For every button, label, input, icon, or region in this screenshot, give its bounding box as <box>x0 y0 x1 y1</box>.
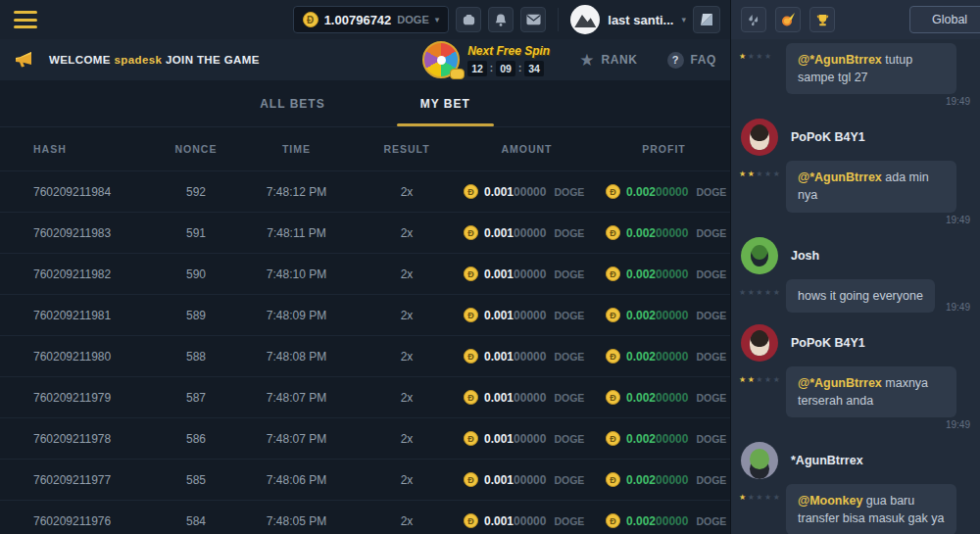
avatar[interactable] <box>741 324 778 362</box>
balance-selector[interactable]: Ð 1.00796742 DOGE ▾ <box>293 6 450 33</box>
doge-coin-icon: Ð <box>606 431 620 446</box>
table-row[interactable]: 760209211979 587 7:48:07 PM 2x Ð0.001000… <box>0 376 730 417</box>
avatar[interactable] <box>741 237 778 274</box>
table-header: HASH NONCE TIME RESULT AMOUNT PROFIT <box>0 127 730 170</box>
chat-message: PoPoK B4Y1 ★★★★★ @*AgunBtrrex maxnya ter… <box>739 319 972 430</box>
doge-coin-icon: Ð <box>606 184 620 199</box>
message-bubble: @*AgunBtrrex tutup sampe tgl 27 <box>786 43 956 94</box>
table-row[interactable]: 760209211984 592 7:48:12 PM 2x Ð0.001000… <box>0 170 730 212</box>
chat-username[interactable]: PoPoK B4Y1 <box>791 130 865 144</box>
trophy-icon <box>815 13 830 27</box>
bet-profit: Ð0.00200000DOGE <box>598 349 730 364</box>
chat-username[interactable]: PoPoK B4Y1 <box>791 336 865 350</box>
free-spin-timer: 12 : 09 : 34 <box>467 61 550 76</box>
bet-nonce: 589 <box>157 309 235 322</box>
table-row[interactable]: 760209211982 590 7:48:10 PM 2x Ð0.001000… <box>0 253 730 294</box>
bet-nonce: 588 <box>157 350 235 364</box>
mention-link[interactable]: @*AgunBtrrex <box>798 376 882 390</box>
doge-coin-icon: Ð <box>606 513 620 528</box>
user-menu[interactable]: last santi... ▾ <box>570 5 686 34</box>
bet-amount: Ð0.00100000DOGE <box>456 431 598 446</box>
bet-nonce: 591 <box>157 226 235 240</box>
user-rating-stars: ★★★★★ <box>739 366 786 384</box>
message-bubble: @*AgunBtrrex ada min nya <box>786 161 956 212</box>
star-icon: ★ <box>579 52 594 69</box>
bet-nonce: 584 <box>157 514 235 528</box>
bet-time: 7:48:05 PM <box>235 514 358 528</box>
chat-header: Global <box>731 0 980 39</box>
mention-link[interactable]: @*AgunBtrrex <box>798 53 882 67</box>
message-text: hows it going everyone <box>798 289 923 303</box>
table-row[interactable]: 760209211978 586 7:48:07 PM 2x Ð0.001000… <box>0 417 730 459</box>
user-rating-stars: ★★★★ <box>739 43 786 61</box>
tab-my-bet[interactable]: MY BET <box>415 80 476 126</box>
welcome-message: WELCOME spadesk JOIN THE GAME <box>49 54 260 66</box>
mention-link[interactable]: @Moonkey <box>798 494 862 508</box>
bet-time: 7:48:09 PM <box>235 309 358 322</box>
tab-all-bets[interactable]: ALL BETS <box>254 80 330 126</box>
vault-button[interactable] <box>456 7 481 32</box>
app-window: Ð 1.00796742 DOGE ▾ last santi... ▾ <box>0 0 980 534</box>
chat-toggle-button[interactable] <box>693 6 720 33</box>
fireball-button[interactable] <box>775 7 801 32</box>
bet-hash: 760209211984 <box>0 185 157 199</box>
doge-coin-icon: Ð <box>464 513 478 528</box>
rank-link[interactable]: ★ RANK <box>579 52 637 69</box>
rain-button[interactable] <box>741 7 766 32</box>
global-channel-button[interactable]: Global <box>909 6 980 33</box>
table-row[interactable]: 760209211981 589 7:48:09 PM 2x Ð0.001000… <box>0 294 730 335</box>
vault-icon <box>462 13 476 27</box>
bet-profit: Ð0.00200000DOGE <box>598 390 730 405</box>
faq-link[interactable]: ? FAQ <box>667 52 716 69</box>
bet-result: 2x <box>358 514 456 528</box>
timer-separator: : <box>490 63 493 73</box>
bets-table: HASH NONCE TIME RESULT AMOUNT PROFIT 760… <box>0 127 730 534</box>
free-spin-widget[interactable]: Next Free Spin 12 : 09 : 34 <box>422 41 550 78</box>
chevron-down-icon: ▾ <box>681 15 686 24</box>
free-spin-label: Next Free Spin <box>467 44 550 58</box>
hamburger-menu-icon[interactable] <box>14 11 37 28</box>
bet-amount: Ð0.00100000DOGE <box>456 349 598 364</box>
trophy-button[interactable] <box>809 7 835 32</box>
bet-time: 7:48:08 PM <box>235 350 358 364</box>
chat-username[interactable]: *AgunBtrrex <box>791 454 863 467</box>
chat-username[interactable]: Josh <box>791 249 819 263</box>
topbar-divider <box>558 8 559 31</box>
bet-hash: 760209211979 <box>0 391 157 405</box>
doge-coin-icon: Ð <box>464 431 478 446</box>
bet-result: 2x <box>358 350 456 364</box>
header-hash: HASH <box>0 143 157 155</box>
message-time: 19:49 <box>940 417 972 430</box>
message-time: 19:49 <box>940 94 972 107</box>
bet-profit: Ð0.00200000DOGE <box>598 225 730 240</box>
bet-time: 7:48:07 PM <box>235 391 358 405</box>
mention-link[interactable]: @*AgunBtrrex <box>798 170 882 184</box>
doge-coin-icon: Ð <box>464 225 478 240</box>
chat-message: ★★★★ @*AgunBtrrex tutup sampe tgl 27 19:… <box>739 43 972 107</box>
bet-time: 7:48:12 PM <box>235 185 358 199</box>
table-row[interactable]: 760209211980 588 7:48:08 PM 2x Ð0.001000… <box>0 335 730 376</box>
question-icon: ? <box>667 52 684 69</box>
table-row[interactable]: 760209211976 584 7:48:05 PM 2x Ð0.001000… <box>0 500 730 534</box>
header-profit: PROFIT <box>598 143 730 155</box>
table-row[interactable]: 760209211983 591 7:48:11 PM 2x Ð0.001000… <box>0 212 730 253</box>
messages-button[interactable] <box>520 7 546 32</box>
header-time: TIME <box>235 143 358 155</box>
table-row[interactable]: 760209211977 585 7:48:06 PM 2x Ð0.001000… <box>0 459 730 500</box>
chat-panel-icon <box>699 12 714 27</box>
bet-result: 2x <box>358 226 456 240</box>
doge-coin-icon: Ð <box>464 390 478 405</box>
bet-profit: Ð0.00200000DOGE <box>598 513 730 528</box>
envelope-icon <box>526 14 541 25</box>
avatar[interactable] <box>741 442 778 479</box>
chat-panel: Global ★★★★ @*AgunBtrrex tutup sampe tgl… <box>730 0 980 534</box>
bet-hash: 760209211978 <box>0 432 157 446</box>
bet-profit: Ð0.00200000DOGE <box>598 308 730 322</box>
message-bubble: hows it going everyone <box>786 279 935 313</box>
avatar[interactable] <box>741 119 778 156</box>
message-bubble: @Moonkey gua baru transfer bisa masuk ga… <box>786 484 956 534</box>
notifications-button[interactable] <box>488 7 514 32</box>
user-rating-stars: ★★★★★ <box>739 161 786 178</box>
header-nonce: NONCE <box>157 143 235 155</box>
chat-message: Josh ★★★★★ hows it going everyone 19:49 <box>739 232 972 313</box>
